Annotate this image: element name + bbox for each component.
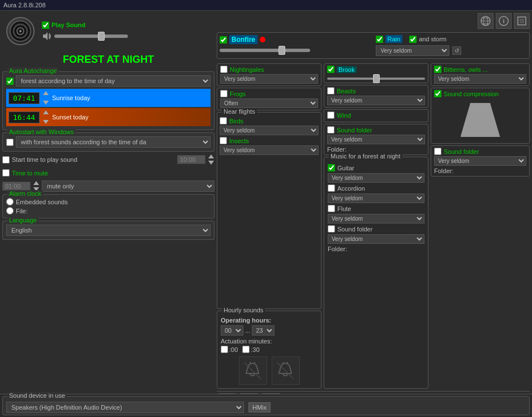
mute-time-input[interactable] — [2, 182, 31, 191]
alarm-file-radio[interactable] — [6, 207, 14, 214]
guitar-freq-select[interactable]: Very seldom — [328, 173, 424, 183]
insects-label: Insects — [229, 137, 249, 144]
window-icon-btn[interactable] — [514, 13, 530, 29]
music-folder-label: Sound folder — [337, 226, 372, 233]
svg-marker-8 — [43, 120, 49, 124]
wind-checkbox[interactable] — [327, 111, 334, 119]
accordion-label: Accordion — [337, 185, 365, 192]
info-icon-btn[interactable]: i — [496, 13, 512, 29]
autostart-title: Autostart with Windows — [7, 128, 75, 135]
flute-freq-select[interactable]: Very seldom — [328, 214, 424, 223]
info-icon: i — [498, 15, 509, 27]
forest-title: FOREST AT NIGHT — [2, 51, 214, 68]
music-folder-path-label: Folder: — [328, 246, 347, 252]
right-sound-folder-item: Sound folder Very seldom Folder: — [431, 145, 530, 177]
accordion-checkbox[interactable] — [328, 184, 335, 192]
accordion-freq-select[interactable]: Very seldom — [328, 194, 424, 203]
sound-compression-item: Sound compression — [431, 88, 530, 144]
guitar-checkbox[interactable] — [328, 164, 335, 171]
from-hour-select[interactable]: 00 — [221, 325, 243, 336]
language-select[interactable]: English Russian German — [6, 225, 211, 236]
start-time-up[interactable] — [208, 154, 214, 160]
bell-icon-1[interactable] — [239, 356, 267, 385]
hmix-btn[interactable]: HMix — [248, 402, 271, 412]
beasts-select[interactable]: Very seldom Seldom — [327, 96, 425, 105]
brook-slider[interactable] — [327, 78, 425, 80]
sunset-spinup[interactable] — [42, 109, 50, 117]
flute-checkbox[interactable] — [328, 205, 335, 212]
sound-folder-item: Sound folder Very seldom Folder: — [324, 124, 428, 155]
start-time-input[interactable] — [177, 155, 205, 164]
alarm-embedded-radio[interactable] — [6, 198, 14, 205]
sunrise-spindown[interactable] — [42, 98, 50, 106]
mute-checkbox[interactable] — [2, 169, 10, 177]
rain-checkbox[interactable] — [376, 36, 383, 43]
aura-autochange-select[interactable]: forest according to the time of day — [16, 75, 211, 87]
sound-folder-label: Sound folder — [337, 127, 372, 134]
device-title: Sound device in use — [7, 392, 67, 399]
rain-reset-btn[interactable]: ↺ — [452, 46, 461, 55]
beasts-label: Beasts — [337, 88, 356, 94]
bitterns-select[interactable]: Very seldom Seldom — [434, 74, 526, 84]
sunrise-spinup[interactable] — [42, 90, 50, 98]
min00-checkbox[interactable] — [221, 346, 228, 353]
to-hour-select[interactable]: 23 — [252, 325, 274, 336]
logo-icon — [6, 17, 35, 45]
start-time-down[interactable] — [208, 160, 214, 165]
insects-checkbox[interactable] — [220, 137, 227, 144]
frogs-select[interactable]: Often Very seldomSeldom — [220, 98, 318, 108]
brook-checkbox[interactable] — [327, 66, 334, 73]
alarm-file-label: File: — [16, 208, 28, 214]
hourly-title: Hourly sounds — [222, 307, 265, 313]
music-folder-checkbox[interactable] — [328, 225, 335, 233]
right-sound-folder-select[interactable]: Very seldom — [434, 156, 526, 166]
play-sound-checkbox[interactable] — [42, 22, 49, 29]
svg-text:i: i — [503, 18, 504, 24]
insects-select[interactable]: Very seldom Seldom — [220, 145, 319, 155]
bonfire-slider[interactable] — [220, 49, 310, 52]
autostart-checkbox[interactable] — [6, 139, 14, 146]
brook-label: Brook — [337, 66, 357, 73]
nightingales-checkbox[interactable] — [220, 66, 228, 73]
nightingales-label: Nightingales — [230, 66, 264, 73]
device-select[interactable]: Speakers (High Definition Audio Device) — [6, 402, 244, 413]
svg-marker-6 — [43, 101, 49, 105]
compression-shape — [461, 103, 500, 137]
storm-checkbox[interactable] — [409, 36, 417, 43]
sound-compression-checkbox[interactable] — [434, 90, 441, 97]
bonfire-label: Bonfire — [229, 35, 258, 44]
min00-label: :00 — [229, 346, 238, 353]
window-icon — [516, 15, 527, 27]
volume-slider[interactable] — [54, 35, 128, 38]
globe-icon-btn[interactable] — [478, 13, 494, 29]
min30-checkbox[interactable] — [242, 346, 250, 353]
frogs-item: Frogs Often Very seldomSeldom — [217, 88, 321, 110]
beasts-item: Beasts Very seldom Seldom — [324, 85, 428, 108]
music-folder-select[interactable]: Very seldom — [328, 234, 424, 244]
near-flights-title: Near flights — [222, 108, 257, 115]
frogs-checkbox[interactable] — [220, 90, 228, 97]
autostart-select[interactable]: with forest sounds according to the time… — [16, 136, 211, 148]
sunset-spindown[interactable] — [42, 117, 50, 125]
mute-select[interactable]: mute only — [42, 180, 214, 192]
right-sound-folder-checkbox[interactable] — [434, 148, 441, 155]
birds-select[interactable]: Very seldom Seldom — [220, 126, 319, 135]
sunrise-time: 07:41 — [8, 92, 40, 104]
bitterns-checkbox[interactable] — [434, 66, 441, 73]
bonfire-checkbox[interactable] — [220, 36, 227, 44]
mute-time-up[interactable] — [33, 180, 40, 186]
nightingales-select[interactable]: Very seldom SeldomOften — [220, 74, 318, 84]
frogs-label: Frogs — [230, 91, 246, 97]
sound-folder-checkbox[interactable] — [327, 126, 334, 134]
aura-autochange-checkbox[interactable] — [6, 78, 14, 85]
rain-freq-select[interactable]: Very seldom Seldom Often — [376, 45, 449, 56]
svg-marker-11 — [33, 181, 39, 185]
birds-checkbox[interactable] — [220, 117, 227, 124]
sound-compression-label: Sound compression — [444, 91, 499, 97]
sound-folder-select[interactable]: Very seldom — [327, 135, 425, 144]
beasts-checkbox[interactable] — [327, 87, 334, 94]
start-time-checkbox[interactable] — [2, 156, 10, 164]
aura-autochange-title: Aura Autochange — [7, 67, 58, 74]
alarm-clock-title: Alarm clock — [7, 190, 43, 197]
bell-icon-2[interactable] — [272, 356, 300, 385]
